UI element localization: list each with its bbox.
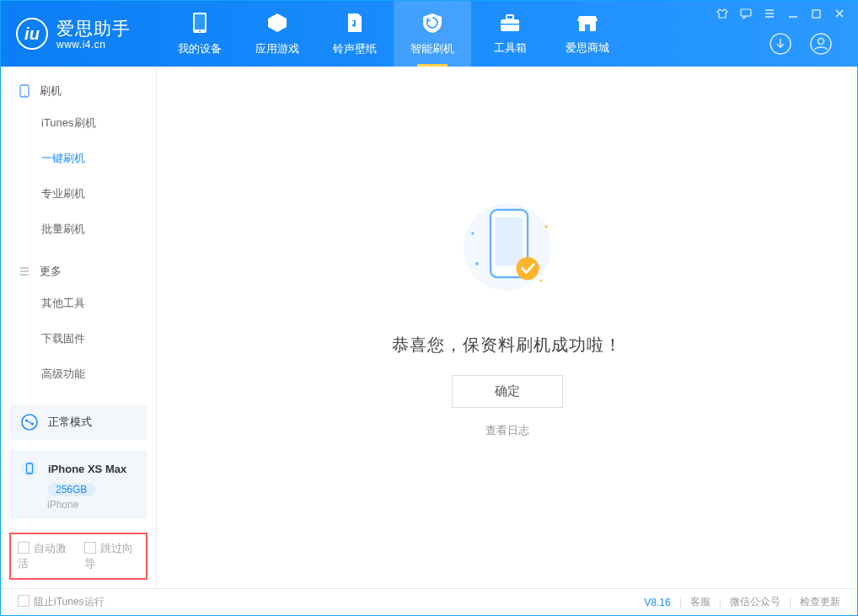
svg-rect-5 bbox=[501, 24, 519, 25]
tab-store[interactable]: 爱思商城 bbox=[549, 1, 626, 67]
svg-point-24 bbox=[516, 257, 539, 280]
svg-rect-23 bbox=[495, 217, 523, 265]
minimize-button[interactable] bbox=[787, 8, 799, 19]
footer-link-support[interactable]: 客服 bbox=[690, 595, 711, 609]
window-controls bbox=[716, 8, 845, 19]
sidebar-item-batch-flash[interactable]: 批量刷机 bbox=[1, 212, 156, 247]
section-title: 刷机 bbox=[40, 83, 62, 99]
tab-my-device[interactable]: 我的设备 bbox=[161, 1, 239, 67]
device-icon bbox=[19, 84, 31, 98]
logo-text: 爱思助手 www.i4.cn bbox=[56, 17, 131, 51]
svg-point-2 bbox=[199, 30, 201, 32]
sidebar-item-pro-flash[interactable]: 专业刷机 bbox=[1, 176, 156, 212]
svg-point-25 bbox=[475, 262, 479, 265]
version-label: V8.16 bbox=[644, 597, 670, 608]
header-tabs: 我的设备 应用游戏 铃声壁纸 智能刷机 工具箱 bbox=[161, 1, 626, 67]
app-subtitle: www.i4.cn bbox=[56, 39, 131, 51]
footer-link-wechat[interactable]: 微信公众号 bbox=[730, 595, 780, 609]
feedback-icon[interactable] bbox=[740, 8, 752, 19]
mode-label: 正常模式 bbox=[48, 415, 92, 430]
tab-apps-games[interactable]: 应用游戏 bbox=[239, 1, 316, 67]
svg-point-26 bbox=[539, 279, 542, 281]
logo-area: iu 爱思助手 www.i4.cn bbox=[1, 1, 161, 67]
tab-toolbox[interactable]: 工具箱 bbox=[471, 1, 549, 67]
confirm-button[interactable]: 确定 bbox=[452, 375, 563, 408]
sidebar-item-download-firmware[interactable]: 下载固件 bbox=[1, 321, 156, 356]
success-hero: 恭喜您，保资料刷机成功啦！ 确定 查看日志 bbox=[392, 184, 622, 438]
checkbox-stop-itunes[interactable]: 阻止iTunes运行 bbox=[18, 595, 105, 609]
footer: 阻止iTunes运行 V8.16 | 客服 | 微信公众号 | 检查更新 bbox=[1, 588, 857, 615]
device-storage-chip: 256GB bbox=[47, 483, 95, 496]
checkbox-auto-activate[interactable]: 自动激活 bbox=[18, 541, 72, 571]
svg-rect-1 bbox=[195, 14, 205, 29]
user-icon[interactable] bbox=[808, 31, 834, 56]
download-icon[interactable] bbox=[768, 31, 793, 56]
tab-ringtones-wallpapers[interactable]: 铃声壁纸 bbox=[316, 1, 394, 67]
device-type: iPhone bbox=[47, 499, 137, 511]
svg-point-14 bbox=[24, 94, 25, 96]
mode-card[interactable]: 正常模式 bbox=[9, 404, 147, 440]
main-content: 恭喜您，保资料刷机成功啦！ 确定 查看日志 bbox=[157, 67, 857, 588]
svg-point-18 bbox=[21, 460, 38, 477]
logo-icon: iu bbox=[16, 18, 48, 50]
highlighted-checkbox-row: 自动激活 跳过向导 bbox=[9, 533, 147, 580]
svg-rect-4 bbox=[507, 15, 513, 19]
sidebar: 刷机 iTunes刷机 一键刷机 专业刷机 批量刷机 更多 其他工具 下载固件 … bbox=[1, 67, 157, 588]
mode-icon bbox=[19, 412, 40, 432]
sidebar-section-more: 更多 bbox=[1, 247, 156, 286]
svg-point-12 bbox=[818, 39, 824, 45]
tab-label: 智能刷机 bbox=[410, 41, 454, 56]
menu-icon[interactable] bbox=[764, 8, 775, 19]
device-card[interactable]: iPhone XS Max 256GB iPhone bbox=[9, 450, 147, 519]
sidebar-item-advanced[interactable]: 高级功能 bbox=[1, 356, 156, 392]
store-icon bbox=[576, 13, 598, 35]
cube-icon bbox=[266, 12, 288, 36]
toolbox-icon bbox=[499, 13, 521, 35]
success-illustration bbox=[440, 184, 575, 310]
device-phone-icon bbox=[19, 458, 40, 479]
tab-label: 铃声壁纸 bbox=[333, 41, 377, 56]
music-file-icon bbox=[345, 12, 365, 36]
shirt-icon[interactable] bbox=[716, 8, 728, 19]
body: 刷机 iTunes刷机 一键刷机 专业刷机 批量刷机 更多 其他工具 下载固件 … bbox=[1, 67, 857, 588]
header: iu 爱思助手 www.i4.cn 我的设备 应用游戏 铃声壁纸 bbox=[1, 1, 857, 67]
sidebar-section-flash: 刷机 bbox=[1, 67, 156, 105]
sidebar-item-itunes-flash[interactable]: iTunes刷机 bbox=[1, 105, 156, 141]
footer-link-update[interactable]: 检查更新 bbox=[800, 595, 840, 609]
svg-rect-3 bbox=[501, 19, 519, 31]
sidebar-item-oneclick-flash[interactable]: 一键刷机 bbox=[1, 141, 156, 176]
close-button[interactable] bbox=[834, 8, 845, 19]
tab-label: 我的设备 bbox=[178, 41, 222, 56]
section-title: 更多 bbox=[40, 264, 62, 279]
app-title: 爱思助手 bbox=[56, 17, 131, 40]
svg-rect-9 bbox=[812, 10, 820, 18]
svg-point-20 bbox=[29, 472, 29, 473]
success-message: 恭喜您，保资料刷机成功啦！ bbox=[392, 334, 622, 356]
tab-smart-flash[interactable]: 智能刷机 bbox=[394, 1, 471, 67]
checkbox-skip-guide[interactable]: 跳过向导 bbox=[84, 541, 139, 571]
tab-label: 应用游戏 bbox=[255, 41, 299, 56]
phone-icon bbox=[190, 12, 209, 36]
svg-rect-7 bbox=[585, 24, 590, 31]
view-log-link[interactable]: 查看日志 bbox=[485, 423, 529, 438]
header-action-icons bbox=[768, 31, 834, 56]
tab-label: 爱思商城 bbox=[566, 40, 609, 56]
sidebar-item-other-tools[interactable]: 其他工具 bbox=[1, 286, 156, 321]
shield-refresh-icon bbox=[421, 12, 443, 36]
list-icon bbox=[19, 266, 31, 276]
svg-rect-8 bbox=[741, 9, 751, 16]
device-name: iPhone XS Max bbox=[48, 463, 126, 475]
tab-label: 工具箱 bbox=[494, 40, 527, 56]
maximize-button[interactable] bbox=[811, 8, 822, 19]
